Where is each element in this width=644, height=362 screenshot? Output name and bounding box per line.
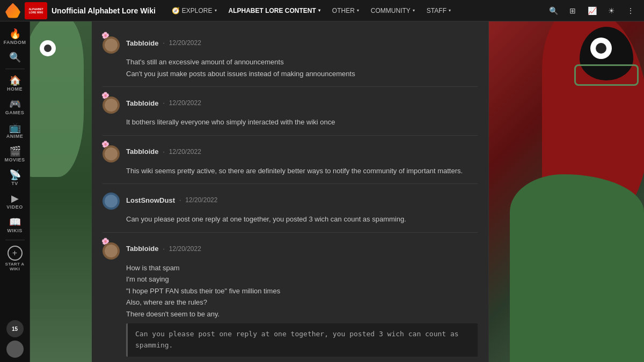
user-avatar-sidebar[interactable]: [6, 341, 24, 358]
comment-1: 🌸 Tabbloide · 12/20/2022 That's still an…: [103, 27, 478, 87]
movies-icon: 🎬: [9, 146, 21, 156]
comment-2-username: Tabbloide: [126, 99, 158, 107]
rs-glasses: [574, 64, 639, 86]
staff-chevron: ▾: [449, 8, 451, 13]
sidebar-label-games: GAMES: [5, 110, 25, 115]
bg-left-panel: [30, 21, 92, 362]
sidebar-item-games[interactable]: 🎮 GAMES: [2, 96, 28, 119]
nav-other[interactable]: OTHER ▾: [327, 4, 364, 17]
comment-5-avatar: [103, 242, 120, 260]
comment-thread: 🌸 Tabbloide · 12/20/2022 That's still an…: [92, 21, 488, 362]
comment-4: LostSnowDust · 12/20/2022 Can you please…: [103, 184, 478, 233]
other-chevron: ▾: [357, 8, 359, 13]
comment-2-avatar: [103, 97, 120, 114]
comment-1-line-2: Can't you just make posts about issues i…: [126, 69, 478, 79]
comment-2-header: 🌸 Tabbloide · 12/20/2022: [103, 93, 478, 113]
more-button[interactable]: ⋮: [623, 3, 639, 19]
main-layout: 🔥 FANDOM 🔍 🏠 HOME 🎮 GAMES 📺 ANIME 🎬 MOVI…: [0, 21, 644, 362]
comment-1-avatar: [103, 36, 120, 54]
notification-badge[interactable]: 15: [6, 320, 24, 337]
theme-button[interactable]: ☀: [603, 3, 619, 19]
comment-2-dot: ·: [163, 99, 164, 107]
sidebar-label-video: VIDEO: [6, 204, 23, 210]
nav-right: 🔍 ⊞ 📈 ☀ ⋮: [545, 3, 639, 19]
comment-1-header: 🌸 Tabbloide · 12/20/2022: [103, 33, 478, 53]
comment-4-timestamp: 12/20/2022: [185, 196, 217, 204]
right-sidebar: [488, 21, 644, 362]
comment-3-avatar-wrapper: 🌸: [103, 142, 122, 161]
nav-explore[interactable]: 🧭 EXPLORE ▾: [166, 4, 222, 17]
sidebar-divider-2: [5, 240, 25, 240]
comment-5-username: Tabbloide: [126, 245, 158, 253]
comment-5-line-4: Also, where are the rules?: [126, 297, 478, 308]
comment-3: 🌸 Tabbloide · 12/20/2022 This wiki seems…: [103, 136, 478, 184]
nav-staff-label: STAFF: [427, 7, 447, 14]
anime-icon: 📺: [9, 123, 21, 132]
left-sidebar: 🔥 FANDOM 🔍 🏠 HOME 🎮 GAMES 📺 ANIME 🎬 MOVI…: [0, 21, 30, 362]
content-area: 🌸 Tabbloide · 12/20/2022 That's still an…: [30, 21, 644, 362]
comment-4-avatar: [103, 193, 120, 210]
sidebar-item-video[interactable]: ▶ VIDEO: [2, 190, 28, 213]
comment-4-body: Can you please post one reply at one tog…: [126, 214, 478, 225]
sidebar-item-home[interactable]: 🏠 HOME: [2, 72, 28, 95]
comment-5: 🌸 Tabbloide · 12/20/2022 How is that spa…: [103, 233, 478, 363]
comment-5-dot: ·: [163, 245, 164, 253]
main-content: 🌸 Tabbloide · 12/20/2022 That's still an…: [92, 21, 488, 362]
comment-2-body: It bothers literally everyone who simply…: [126, 117, 478, 128]
chart-button[interactable]: 📈: [584, 3, 600, 19]
sidebar-label-home: HOME: [7, 86, 23, 92]
sidebar-item-fandom[interactable]: 🔥 FANDOM: [2, 26, 28, 48]
comment-2-line-1: It bothers literally everyone who simply…: [126, 117, 478, 128]
comment-4-line-1: Can you please post one reply at one tog…: [126, 214, 478, 225]
wiki-logo: ALPHABET LORE WIKI: [25, 2, 47, 19]
comment-5-body: How is that spam I'm not saying "I hope …: [126, 263, 478, 363]
tv-icon: 📡: [9, 170, 21, 180]
comment-3-header: 🌸 Tabbloide · 12/20/2022: [103, 142, 478, 161]
comment-4-dot: ·: [179, 196, 181, 204]
comment-1-timestamp: 12/20/2022: [169, 39, 201, 47]
comment-3-body: This wiki seems pretty active, so there …: [126, 166, 478, 176]
home-icon: 🏠: [9, 76, 21, 85]
sidebar-item-wikis[interactable]: 📖 WIKIS: [2, 214, 28, 237]
comment-5-header: 🌸 Tabbloide · 12/20/2022: [103, 239, 478, 258]
video-icon: ▶: [11, 194, 19, 203]
comment-1-line-1: That's still an excessive amount of anno…: [126, 57, 478, 68]
nav-community[interactable]: COMMUNITY ▾: [365, 4, 420, 17]
top-nav: ALPHABET LORE WIKI Unofficial Alphabet L…: [0, 0, 644, 21]
sidebar-label-movies: MOVIES: [4, 157, 25, 162]
sidebar-label-anime: ANIME: [6, 134, 24, 139]
comment-1-username: Tabbloide: [126, 39, 158, 47]
alphabet-chevron: ▾: [318, 8, 320, 13]
sidebar-item-tv[interactable]: 📡 TV: [2, 167, 28, 189]
comment-1-body: That's still an excessive amount of anno…: [126, 57, 478, 79]
wiki-title: Unofficial Alphabet Lore Wiki: [52, 6, 156, 15]
user-tools-button[interactable]: ⊞: [565, 3, 581, 19]
start-wiki-circle: +: [8, 246, 23, 261]
nav-other-label: OTHER: [332, 7, 355, 14]
sidebar-item-anime[interactable]: 📺 ANIME: [2, 120, 28, 142]
rs-cartoon: [489, 21, 644, 362]
search-button[interactable]: 🔍: [545, 3, 561, 19]
explore-chevron: ▾: [215, 8, 217, 13]
comment-5-text: How is that spam I'm not saying "I hope …: [126, 263, 478, 320]
sidebar-start-wiki[interactable]: + START A WIKI: [2, 243, 28, 274]
community-chevron: ▾: [413, 8, 415, 13]
nav-explore-label: EXPLORE: [182, 7, 213, 14]
comment-2: 🌸 Tabbloide · 12/20/2022 It bothers lite…: [103, 87, 478, 136]
nav-alphabet-lore[interactable]: ALPHABET LORE CONTENT ▾: [223, 4, 326, 17]
right-sidebar-image: [489, 21, 644, 362]
search-icon: 🔍: [9, 53, 21, 62]
comment-4-text: Can you please post one reply at one tog…: [126, 214, 478, 225]
cartoon-body-shape: [30, 21, 84, 177]
comment-3-dot: ·: [163, 148, 164, 156]
comment-1-dot: ·: [163, 39, 164, 47]
nav-staff[interactable]: STAFF ▾: [421, 4, 456, 17]
comment-3-avatar: [103, 145, 120, 162]
comment-5-line-2: I'm not saying: [126, 274, 478, 285]
games-icon: 🎮: [9, 99, 21, 109]
comment-5-quote: Can you please post one reply at one tog…: [126, 323, 478, 357]
sidebar-item-search[interactable]: 🔍: [2, 49, 28, 65]
comment-3-text: This wiki seems pretty active, so there …: [126, 166, 478, 176]
sidebar-item-movies[interactable]: 🎬 MOVIES: [2, 143, 28, 166]
sidebar-label-fandom: FANDOM: [4, 40, 26, 45]
